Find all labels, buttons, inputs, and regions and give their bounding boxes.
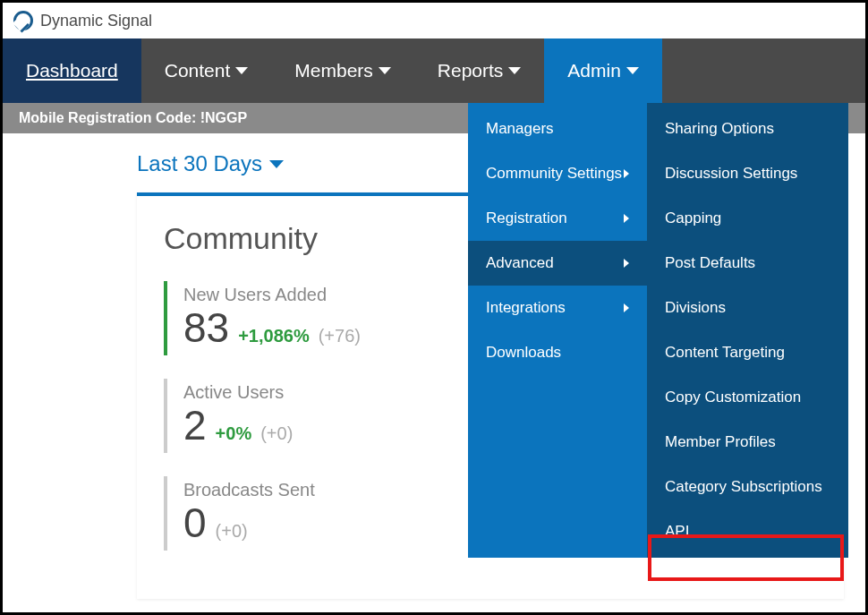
admin-menu-col1: Managers Community Settings Registration…	[468, 103, 647, 558]
nav-members-label: Members	[294, 60, 373, 81]
menu-item-label: Registration	[486, 209, 567, 227]
menu-item-label: API	[665, 523, 689, 541]
metric-pct: +0%	[216, 423, 252, 444]
metric-value: 83	[183, 307, 229, 348]
top-nav: Dashboard Content Members Reports Admin	[3, 38, 865, 103]
period-label: Last 30 Days	[137, 151, 262, 176]
submenu-item-post-defaults[interactable]: Post Defaults	[647, 241, 848, 286]
chevron-right-icon	[624, 303, 629, 312]
menu-item-label: Content Targeting	[665, 344, 785, 362]
menu-item-community-settings[interactable]: Community Settings	[468, 151, 647, 196]
nav-content[interactable]: Content	[141, 38, 272, 103]
metric-value: 0	[183, 502, 207, 543]
submenu-item-api[interactable]: API	[647, 509, 848, 554]
chevron-down-icon	[269, 160, 284, 168]
menu-item-label: Downloads	[486, 344, 561, 362]
chevron-down-icon	[508, 67, 521, 74]
menu-item-label: Advanced	[486, 254, 554, 272]
brand-header: Dynamic Signal	[3, 3, 865, 38]
chevron-down-icon	[235, 67, 248, 74]
menu-item-label: Divisions	[665, 299, 726, 317]
submenu-item-discussion-settings[interactable]: Discussion Settings	[647, 151, 848, 196]
menu-item-registration[interactable]: Registration	[468, 196, 647, 241]
menu-item-label: Post Defaults	[665, 254, 755, 272]
nav-admin-label: Admin	[567, 60, 621, 81]
submenu-item-content-targeting[interactable]: Content Targeting	[647, 330, 848, 375]
metric-delta: (+76)	[319, 326, 361, 346]
menu-item-label: Capping	[665, 209, 721, 227]
menu-item-label: Copy Customization	[665, 389, 801, 406]
nav-dashboard[interactable]: Dashboard	[3, 38, 141, 103]
menu-item-label: Managers	[486, 120, 554, 138]
menu-item-label: Community Settings	[486, 165, 622, 183]
menu-item-label: Discussion Settings	[665, 165, 797, 183]
menu-item-label: Category Subscriptions	[665, 478, 822, 496]
menu-item-integrations[interactable]: Integrations	[468, 286, 647, 330]
submenu-item-copy-customization[interactable]: Copy Customization	[647, 375, 848, 420]
nav-reports[interactable]: Reports	[414, 38, 545, 103]
submenu-item-sharing-options[interactable]: Sharing Options	[647, 107, 848, 151]
submenu-item-capping[interactable]: Capping	[647, 196, 848, 241]
menu-item-label: Sharing Options	[665, 120, 774, 138]
metric-delta: (+0)	[260, 423, 293, 444]
nav-admin[interactable]: Admin	[544, 38, 662, 103]
chevron-right-icon	[624, 214, 629, 223]
submenu-item-category-subscriptions[interactable]: Category Subscriptions	[647, 465, 848, 509]
nav-content-label: Content	[165, 60, 231, 81]
menu-item-label: Integrations	[486, 299, 566, 317]
metric-value: 2	[183, 405, 207, 446]
chevron-down-icon	[379, 67, 391, 74]
nav-reports-label: Reports	[438, 60, 504, 81]
metric-pct: +1,086%	[238, 326, 310, 346]
metric-delta: (+0)	[216, 521, 248, 542]
menu-item-downloads[interactable]: Downloads	[468, 330, 647, 375]
menu-item-label: Member Profiles	[665, 433, 776, 451]
nav-members[interactable]: Members	[271, 38, 414, 103]
nav-dashboard-label: Dashboard	[26, 60, 118, 81]
chevron-right-icon	[624, 259, 629, 268]
submenu-item-divisions[interactable]: Divisions	[647, 286, 848, 330]
chevron-down-icon	[626, 67, 639, 74]
admin-menu-col2: Sharing Options Discussion Settings Capp…	[647, 103, 848, 558]
submenu-item-member-profiles[interactable]: Member Profiles	[647, 420, 848, 465]
menu-item-managers[interactable]: Managers	[468, 107, 647, 151]
chevron-right-icon	[624, 169, 629, 178]
admin-dropdown: Managers Community Settings Registration…	[468, 103, 848, 558]
registration-code-value: !NGGP	[200, 110, 247, 125]
brand-name: Dynamic Signal	[40, 12, 152, 30]
menu-item-advanced[interactable]: Advanced	[468, 241, 647, 286]
brand-logo-icon	[13, 11, 33, 30]
registration-code-label: Mobile Registration Code:	[19, 110, 200, 125]
